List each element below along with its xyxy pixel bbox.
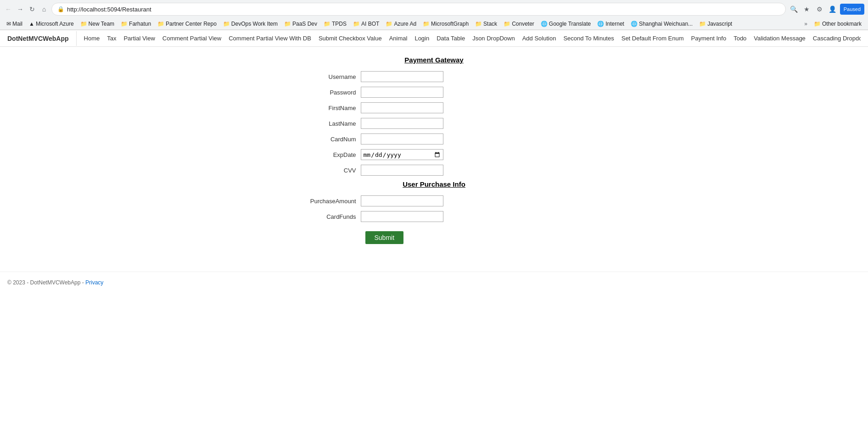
password-label: Password <box>297 89 361 96</box>
submit-group: Submit <box>297 227 572 244</box>
bookmark-mail[interactable]: ✉ Mail <box>4 19 25 28</box>
nav-validation-message[interactable]: Validation Message <box>750 30 809 46</box>
bookmark-aibot[interactable]: 📁 AI BOT <box>350 19 382 28</box>
nav-second-to-minutes[interactable]: Second To Minutes <box>560 30 617 46</box>
browser-toolbar: ← → ↻ ⌂ 🔒 http://localhost:5094/Restaura… <box>0 0 868 18</box>
bookmark-tpds[interactable]: 📁 TPDS <box>321 19 349 28</box>
bookmark-conveter[interactable]: 📁 Conveter <box>501 19 537 28</box>
bookmark-azuread[interactable]: 📁 Azure Ad <box>383 19 419 28</box>
nav-payment-info[interactable]: Payment Info <box>688 30 730 46</box>
lastname-group: LastName <box>297 118 572 129</box>
bookmark-devops-label: DevOps Work Item <box>231 21 278 27</box>
password-input[interactable] <box>361 87 443 98</box>
main-content: Payment Gateway Username Password FirstN… <box>0 47 868 253</box>
nav-json-dropdown[interactable]: Json DropDown <box>469 30 519 46</box>
submit-button[interactable]: Submit <box>365 231 404 244</box>
nav-set-default-enum[interactable]: Set Default From Enum <box>618 30 688 46</box>
bookmark-tpds-label: TPDS <box>332 21 347 27</box>
cvv-label: CVV <box>297 167 361 174</box>
nav-links: Home Tax Partial View Comment Partial Vi… <box>80 30 861 46</box>
bookmarks-more-button[interactable]: » <box>801 19 810 28</box>
bookmark-javascript[interactable]: 📁 Javascript <box>696 19 735 28</box>
bookmark-other[interactable]: 📁 Other bookmark <box>811 19 864 28</box>
nav-animal[interactable]: Animal <box>386 30 411 46</box>
purchase-amount-group: PurchaseAmount <box>297 195 572 206</box>
folder-icon-6: 📁 <box>324 21 330 27</box>
bookmark-partner-center[interactable]: 📁 Partner Center Repo <box>155 19 219 28</box>
address-bar[interactable]: 🔒 http://localhost:5094/Restaurant <box>51 3 786 16</box>
bookmark-google-translate[interactable]: 🌐 Google Translate <box>538 19 594 28</box>
lastname-input[interactable] <box>361 118 443 129</box>
cardnum-label: CardNum <box>297 136 361 143</box>
extensions-icon[interactable]: ⚙ <box>814 4 825 15</box>
bookmark-stack[interactable]: 📁 Stack <box>472 19 500 28</box>
folder-icon-1: 📁 <box>80 21 87 27</box>
bookmark-internet[interactable]: 🌐 Internet <box>594 19 627 28</box>
bookmark-paas-label: PaaS Dev <box>292 21 317 27</box>
bookmark-add-icon[interactable]: ★ <box>801 4 812 15</box>
globe-icon-1: 🌐 <box>541 21 548 27</box>
forward-button[interactable]: → <box>16 5 25 14</box>
folder-icon-8: 📁 <box>386 21 392 27</box>
folder-icon-7: 📁 <box>353 21 360 27</box>
nav-comment-partial-view-db[interactable]: Comment Partial View With DB <box>225 30 315 46</box>
nav-todo[interactable]: Todo <box>730 30 750 46</box>
bookmark-new-team[interactable]: 📁 New Team <box>78 19 117 28</box>
home-button[interactable]: ⌂ <box>39 5 49 14</box>
footer-copyright: © 2023 - DotNetMVCWebApp - Privacy <box>7 279 103 286</box>
bookmark-shanghai[interactable]: 🌐 Shanghai Weichuan... <box>628 19 695 28</box>
privacy-link[interactable]: Privacy <box>85 279 103 286</box>
profile-icon[interactable]: 👤 <box>827 4 838 15</box>
payment-gateway-title: Payment Gateway <box>297 56 572 64</box>
expdate-input[interactable] <box>361 149 443 160</box>
bookmark-javascript-label: Javascript <box>707 21 732 27</box>
bookmark-msgraph-label: MicrosoftGraph <box>431 21 469 27</box>
bookmark-farhatun-label: Farhatun <box>129 21 151 27</box>
firstname-input[interactable] <box>361 102 443 113</box>
bookmark-paas[interactable]: 📁 PaaS Dev <box>281 19 320 28</box>
nav-tax[interactable]: Tax <box>103 30 120 46</box>
nav-home[interactable]: Home <box>80 30 104 46</box>
cardfunds-group: CardFunds <box>297 211 572 222</box>
nav-comment-partial-view[interactable]: Comment Partial View <box>159 30 225 46</box>
cardnum-input[interactable] <box>361 133 443 144</box>
globe-icon-3: 🌐 <box>631 21 638 27</box>
footer: © 2023 - DotNetMVCWebApp - Privacy <box>0 272 868 293</box>
cvv-input[interactable] <box>361 165 443 176</box>
bookmark-stack-label: Stack <box>483 21 497 27</box>
bookmark-azure-label: Microsoft Azure <box>36 21 74 27</box>
bookmark-other-label: Other bookmark <box>822 21 862 27</box>
paused-button[interactable]: Paused <box>840 4 864 15</box>
bookmark-devops[interactable]: 📁 DevOps Work Item <box>220 19 280 28</box>
url-text: http://localhost:5094/Restaurant <box>67 6 780 13</box>
search-icon[interactable]: 🔍 <box>789 4 800 15</box>
cardfunds-input[interactable] <box>361 211 443 222</box>
reload-button[interactable]: ↻ <box>28 5 37 14</box>
username-group: Username <box>297 71 572 82</box>
folder-icon-4: 📁 <box>223 21 230 27</box>
form-container: Payment Gateway Username Password FirstN… <box>297 56 572 244</box>
bookmark-new-team-label: New Team <box>89 21 114 27</box>
cvv-group: CVV <box>297 165 572 176</box>
bookmark-farhatun[interactable]: 📁 Farhatun <box>118 19 154 28</box>
app-brand: DotNetMVCWebApp <box>7 31 77 46</box>
nav-login[interactable]: Login <box>411 30 433 46</box>
nav-partial-view[interactable]: Partial View <box>120 30 158 46</box>
folder-icon-3: 📁 <box>157 21 164 27</box>
nav-submit-checkbox[interactable]: Submit Checkbox Value <box>315 30 386 46</box>
bookmark-msgraph[interactable]: 📁 MicrosoftGraph <box>420 19 471 28</box>
folder-icon-12: 📁 <box>699 21 706 27</box>
nav-data-table[interactable]: Data Table <box>433 30 469 46</box>
back-button[interactable]: ← <box>4 5 13 14</box>
nav-add-solution[interactable]: Add Solution <box>519 30 560 46</box>
firstname-group: FirstName <box>297 102 572 113</box>
purchase-amount-input[interactable] <box>361 195 443 206</box>
bookmark-conveter-label: Conveter <box>512 21 534 27</box>
bookmarks-bar: ✉ Mail ▲ Microsoft Azure 📁 New Team 📁 Fa… <box>0 18 868 30</box>
nav-cascading-dropdown[interactable]: Cascading Dropdown <box>809 30 861 46</box>
folder-icon-13: 📁 <box>814 21 821 27</box>
username-input[interactable] <box>361 71 443 82</box>
bookmark-azure[interactable]: ▲ Microsoft Azure <box>26 19 77 28</box>
bookmark-internet-label: Internet <box>605 21 624 27</box>
folder-icon-2: 📁 <box>121 21 128 27</box>
